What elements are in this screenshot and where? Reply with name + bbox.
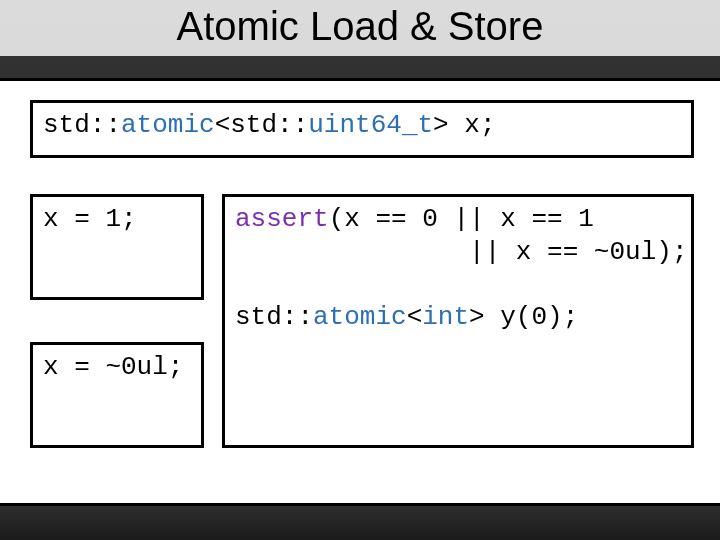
code-text: x = ~0ul;: [43, 352, 183, 382]
code-text: || x == ~0ul);: [469, 237, 687, 267]
bottom-band: [0, 503, 720, 540]
code-text: std::: [43, 110, 121, 140]
code-text: x = 1;: [43, 204, 137, 234]
code-indent: [235, 236, 469, 269]
slide: Atomic Load & Store std::atomic<std::uin…: [0, 0, 720, 540]
code-text: <std::: [215, 110, 309, 140]
code-box-thread-a-2: x = ~0ul;: [30, 342, 204, 448]
slide-title: Atomic Load & Store: [0, 4, 720, 49]
code-text: (x == 0 || x == 1: [329, 204, 594, 234]
code-keyword-int: int: [422, 302, 469, 332]
code-box-thread-a-1: x = 1;: [30, 194, 204, 300]
code-keyword-uint64: uint64_t: [308, 110, 433, 140]
code-text: > y(0);: [469, 302, 578, 332]
code-text: > x;: [433, 110, 495, 140]
code-text: <: [407, 302, 423, 332]
code-box-declaration: std::atomic<std::uint64_t> x;: [30, 100, 694, 158]
code-keyword-atomic: atomic: [313, 302, 407, 332]
code-box-thread-b: assert(x == 0 || x == 1 || x == ~0ul); s…: [222, 194, 694, 448]
code-keyword-assert: assert: [235, 204, 329, 234]
code-keyword-atomic: atomic: [121, 110, 215, 140]
code-text: std::: [235, 302, 313, 332]
